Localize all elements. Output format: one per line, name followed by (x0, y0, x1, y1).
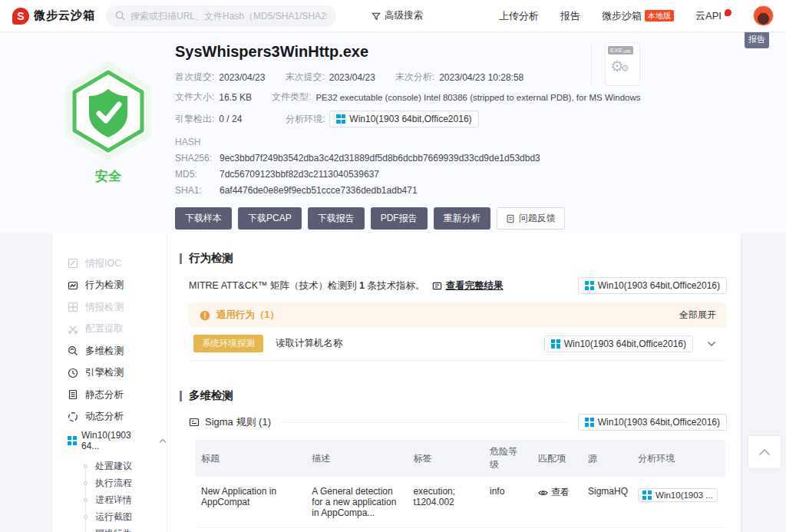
user-avatar[interactable] (753, 5, 774, 26)
search-bar[interactable] (106, 5, 336, 27)
navbar-links: 上传分析 报告 微步沙箱 本地版 云API (499, 5, 774, 26)
md5-row: MD5: 7dc56709123bbf82d3c2113040539637 (175, 169, 596, 180)
back-to-top-button[interactable] (748, 435, 781, 469)
nav-sandbox[interactable]: 微步沙箱 本地版 (602, 9, 674, 23)
file-name-title: SysWhispers3WinHttp.exe (175, 43, 596, 61)
sidebar-env-label: Win10(1903 64... (81, 430, 151, 451)
chevron-up-icon (758, 448, 771, 456)
eye-icon (538, 489, 548, 497)
mitre-summary: MITRE ATT&CK™ 矩阵（技术）检测到 1 条技术指标。 查看完整结果 (189, 279, 503, 292)
sidebar-sub-list: 处置建议 执行流程 进程详情 运行截图 网络行为 释放文件 (85, 458, 167, 532)
cell-source: SigmaHQ (582, 477, 632, 528)
sidebar-item-multidim[interactable]: 多维检测 (68, 340, 167, 362)
behavior-title: 行为检测 (189, 251, 233, 266)
file-type-label: 文件类型: (272, 91, 311, 104)
sidebar-subitem-network[interactable]: 网络行为 (85, 525, 167, 532)
last-analysis-label: 末次分析: (395, 71, 434, 84)
sidebar-item-engine[interactable]: 引擎检测 (68, 362, 167, 385)
activity-icon (68, 280, 78, 291)
exe-file-icon: EXE x86 ⚙⚙ (605, 42, 640, 86)
hero-divider (591, 42, 592, 87)
sidebar-item-label: 静态分析 (85, 388, 124, 401)
scissors-icon (68, 324, 78, 335)
sigma-env-badge[interactable]: Win10(1903 64bit,Office2016) (578, 414, 727, 431)
nav-cloud-api[interactable]: 云API (695, 9, 732, 23)
sidebar-item-behavior[interactable]: 行为检测 (68, 275, 167, 297)
behavior-section: 行为检测 MITRE ATT&CK™ 矩阵（技术）检测到 1 条技术指标。 查看… (180, 251, 727, 361)
feedback-button[interactable]: 问题反馈 (497, 207, 565, 230)
md5-value: 7dc56709123bbf82d3c2113040539637 (220, 169, 379, 180)
sigma-rules-row: Sigma 规则 (1) Win10(1903 64bit,Office2016… (189, 414, 727, 431)
logo-icon: S (12, 8, 29, 25)
download-report-button[interactable]: 下载报告 (308, 207, 365, 230)
nav-report[interactable]: 报告 (560, 9, 580, 23)
warning-icon (200, 310, 210, 321)
sidebar-subitem-execution-flow[interactable]: 执行流程 (85, 474, 167, 491)
advanced-search-button[interactable]: 高级搜索 (372, 9, 423, 22)
filetype-meta-row: 文件大小:16.5 KB 文件类型:PE32 executable (conso… (175, 91, 596, 104)
behavior-tag[interactable]: 系统环境探测 (193, 335, 263, 352)
row-env-badge[interactable]: Win10(1903 64bit,Office2016) (544, 335, 693, 352)
windows-logo-icon (68, 436, 77, 445)
collapse-caret-icon[interactable] (159, 438, 167, 444)
sidebar-subitem-disposal[interactable]: 处置建议 (85, 458, 167, 474)
view-match-label: 查看 (551, 486, 570, 499)
col-level: 危险等级 (484, 440, 532, 477)
sidebar-item-dynamic[interactable]: 动态分析 (68, 406, 167, 428)
sidebar-subitem-process-detail[interactable]: 进程详情 (85, 491, 167, 508)
magnifier-icon (68, 345, 78, 356)
sidebar-env-node[interactable]: Win10(1903 64... (68, 430, 167, 451)
section-bar (180, 391, 182, 401)
chevron-down-icon[interactable] (707, 341, 716, 347)
behavior-detection-row[interactable]: 系统环境探测 读取计算机名称 Win10(1903 64bit,Office20… (189, 327, 727, 361)
gauge-icon (68, 368, 78, 378)
windows-logo-icon (585, 418, 594, 427)
sidebar-item-static[interactable]: 静态分析 (68, 384, 167, 406)
env-badge-label: Win10(1903 64bit,Office2016) (349, 114, 471, 124)
submit-meta-row: 首次提交:2023/04/23 末次提交:2023/04/23 末次分析:202… (175, 71, 596, 84)
sha256-value: 9ec3bbd7f249b3542dba3c42d31889df5d8b6dcb… (220, 153, 540, 164)
sidebar-item-label: 多维检测 (85, 345, 124, 358)
pdf-report-button[interactable]: PDF报告 (371, 207, 428, 230)
view-full-results-label: 查看完整结果 (445, 279, 503, 292)
app-logo[interactable]: S 微步云沙箱 (12, 8, 95, 25)
sidebar-subitem-screenshots[interactable]: 运行截图 (85, 508, 167, 525)
search-input[interactable] (130, 11, 327, 21)
last-submit-value: 2023/04/23 (329, 72, 375, 83)
general-behavior-heading: 通用行为（1） (200, 309, 279, 322)
advanced-search-label: 高级搜索 (385, 9, 423, 22)
reanalyze-button[interactable]: 重新分析 (434, 207, 490, 230)
behavior-desc: 读取计算机名称 (276, 337, 343, 350)
view-match-link[interactable]: 查看 (538, 486, 576, 499)
md5-label: MD5: (175, 169, 220, 180)
filter-icon (372, 12, 381, 21)
env-badge[interactable]: Win10(1903 64bit,Office2016) (329, 111, 478, 127)
table-env-badge[interactable]: Win10(1903 ... (638, 488, 718, 502)
sidebar-item-label: 配置提取 (85, 322, 124, 335)
sidebar-item-label: 情报检测 (85, 301, 124, 314)
verdict-block: 安全 (55, 60, 161, 185)
cell-tags: execution; t1204.002 (407, 477, 484, 528)
expand-all-link[interactable]: 全部展开 (679, 309, 716, 322)
first-submit-value: 2023/04/23 (219, 72, 265, 83)
nav-upload-analysis[interactable]: 上传分析 (499, 9, 539, 23)
behavior-env-label: Win10(1903 64bit,Office2016) (598, 280, 720, 291)
behavior-detection-right: Win10(1903 64bit,Office2016) (544, 335, 716, 352)
col-source: 源 (582, 440, 632, 477)
behavior-env-badge[interactable]: Win10(1903 64bit,Office2016) (578, 277, 727, 294)
report-content: 行为检测 MITRE ATT&CK™ 矩阵（技术）检测到 1 条技术指标。 查看… (167, 233, 741, 532)
general-behavior-group[interactable]: 通用行为（1） 全部展开 (189, 303, 727, 327)
report-card: 情报IOC 行为检测 情报检测 配置提取 多维检测 引擎检测 静态分析 动态分 (52, 233, 741, 532)
exe-tag-text: EXE (610, 47, 623, 54)
sidebar-item-intel-detect: 情报检测 (68, 296, 167, 319)
mitre-summary-row: MITRE ATT&CK™ 矩阵（技术）检测到 1 条技术指标。 查看完整结果 … (189, 277, 727, 294)
hash-section-label: HASH (175, 137, 596, 147)
sidebar-item-intel-ioc: 情报IOC (68, 253, 167, 275)
mitre-prefix: MITRE ATT&CK™ 矩阵（技术）检测到 (189, 280, 357, 291)
download-sample-button[interactable]: 下载样本 (175, 207, 232, 230)
sidebar-item-label: 情报IOC (85, 257, 121, 270)
view-full-results-link[interactable]: 查看完整结果 (432, 279, 503, 292)
table-env-label: Win10(1903 ... (656, 491, 713, 500)
download-pcap-button[interactable]: 下载PCAP (238, 207, 302, 230)
safe-hexagon-shield-icon (61, 60, 156, 163)
